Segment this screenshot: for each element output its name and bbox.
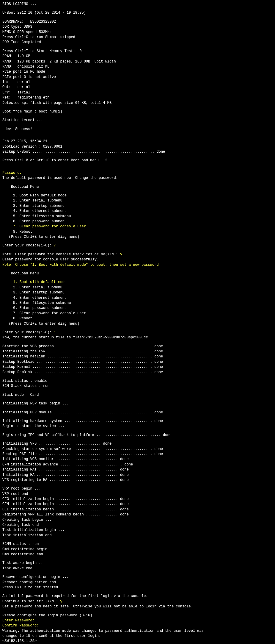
- blank: [2, 167, 273, 171]
- fsp-begin: Initializing FSP task begin ...: [2, 401, 273, 406]
- vrp-begin: VRP root begin ...: [2, 486, 273, 491]
- password-label: Password:: [2, 171, 273, 176]
- menu1-item-4: 4. Enter ethernet submenu: [2, 209, 273, 214]
- choice-2-value: 1: [54, 330, 56, 334]
- nand-chipsize: NAND: chipsize 512 MB: [2, 64, 273, 69]
- please-configure: Please configure the login password (8-1…: [2, 613, 273, 618]
- register-vrp: Registering VRP all link command begin .…: [2, 512, 273, 517]
- blank: [2, 326, 273, 330]
- backup-bootload: Backup BootLoad ........................…: [2, 359, 273, 365]
- confirm-password[interactable]: Confirm Password:: [2, 623, 273, 628]
- ctrl-c-hint: Press Ctrl+C to run Shmoo: skipped: [2, 35, 273, 40]
- cfm-init: CFM initialization begin ...............…: [2, 502, 273, 507]
- backup-uboot: Backup U-Boot ..........................…: [2, 149, 273, 154]
- cli-init: CLI initialization begin ...............…: [2, 507, 273, 512]
- create-task-begin: Creating task begin ...: [2, 518, 273, 523]
- blank: [2, 114, 273, 118]
- date: Feb 27 2015, 15:34:21: [2, 139, 273, 144]
- blank: [2, 268, 273, 271]
- task-init-end: Task initialization end: [2, 533, 273, 538]
- warning-line-2: changed to 15 on con0 at the first user …: [2, 634, 273, 639]
- hw-system: Initializing hardware system ...........…: [2, 419, 273, 424]
- note-choose-mode: Note: Choose "1. Boot with default mode"…: [2, 262, 273, 268]
- blank: [2, 557, 273, 561]
- warning-line-1: Warning: The authentication mode was cha…: [2, 629, 273, 634]
- ddr-tune: DDR Tune Completed: [2, 40, 273, 45]
- recover-begin: Recover configuration begin ...: [2, 575, 273, 580]
- blank: [2, 398, 273, 401]
- note-clear-value: y: [120, 252, 122, 257]
- cmd-reg-end: Cmd registering end: [2, 552, 273, 557]
- ctrl-t-hint: Press Ctrl+T to Start Memory Test: 0: [2, 49, 273, 54]
- cfg-init: CFG initialization begin ...............…: [2, 497, 273, 502]
- default-password-msg: The default password is used now. Change…: [2, 176, 273, 181]
- blank: [2, 429, 273, 433]
- menu1-item-1: 1. Boot with default mode: [2, 193, 273, 198]
- blank: [2, 135, 273, 139]
- enter-password[interactable]: Enter Password:: [2, 618, 273, 623]
- task-awake-end: Task awake end: [2, 566, 273, 571]
- menu2-item-5: 5. Enter filesystem submenu: [2, 301, 273, 306]
- choice-1-prompt: Enter your choice(1-8):: [2, 243, 54, 248]
- backup-ramdisk: Backup RamDisk .........................…: [2, 370, 273, 375]
- set-password-safe: Set a password and keep it safe. Otherwi…: [2, 604, 273, 609]
- boardname: BOARDNAME: ES5D2S32S002: [2, 19, 273, 24]
- recover-end: Recover configuration end: [2, 580, 273, 585]
- dev-module: Initializing DEV module ................…: [2, 410, 273, 415]
- blank: [2, 190, 273, 193]
- press-ctrl-e-1: (Press Ctrl+E to enter diag menu): [2, 235, 273, 240]
- menu2-item-7: 7. Clear password for console user: [2, 311, 273, 316]
- dram: DRAM: 1.9 GB: [2, 54, 273, 59]
- bootload-menu-title-2: BootLoad Menu: [2, 271, 273, 276]
- task-awake-begin: Task awake begin ...: [2, 561, 273, 566]
- blank: [2, 590, 273, 594]
- menu2-item-1: 1. Boot with default mode: [2, 280, 273, 285]
- begin-start: Begin to start the system ...: [2, 424, 273, 429]
- create-task-end: Creating task end: [2, 523, 273, 528]
- bootload-menu-title: BootLoad Menu: [2, 185, 273, 190]
- choice-2-prompt: Enter your choice(1-8):: [2, 330, 54, 334]
- blank: [2, 16, 273, 19]
- out-serial: Out: serial: [2, 85, 273, 90]
- net: Net: registering eth: [2, 95, 273, 100]
- menu1-item-5: 5. Enter filesystem submenu: [2, 214, 273, 219]
- menu2-item-3: 3. Enter startup submenu: [2, 290, 273, 295]
- spi-flash: Detected spi flash with page size 64 KB,…: [2, 101, 273, 106]
- blank: [2, 45, 273, 49]
- press-enter: Press ENTER to get started.: [2, 585, 273, 590]
- blank: [2, 7, 273, 10]
- press-ctrl-e-2: (Press Ctrl+E to enter diag menu): [2, 321, 273, 326]
- bootload-version: BootLoad version : 0207.0001: [2, 144, 273, 149]
- vos-process: Starting the VOS process ...............…: [2, 344, 273, 349]
- initial-password: An initial password is required for the …: [2, 594, 273, 599]
- choice-1-value: 7: [54, 243, 56, 248]
- continue-prompt[interactable]: Continue to set it? [Y/N]: y: [2, 599, 273, 604]
- pcie-inactive: PCIe port 0 is not active: [2, 75, 273, 80]
- vrp-end: VRP root end: [2, 492, 273, 497]
- init-pat: Initializing PAT .......................…: [2, 467, 273, 472]
- ecm-stack: ECM Stack status : run: [2, 384, 273, 389]
- backup-kernel: Backup Kernel ..........................…: [2, 365, 273, 370]
- netlink-init: Initializing netlink ...................…: [2, 354, 273, 359]
- blank: [2, 123, 273, 127]
- startup-file: Now, the current startup file is flash:/…: [2, 335, 273, 340]
- init-ha: Initializing HA ........................…: [2, 473, 273, 478]
- starting-kernel: Starting kernel ...: [2, 118, 273, 123]
- choice-2[interactable]: Enter your choice(1-8): 1: [2, 330, 273, 335]
- blank: [2, 375, 273, 379]
- nand-blocks: NAND: 128 KB blocks, 2 KB pages, 16B OOB…: [2, 59, 273, 64]
- blank: [2, 106, 273, 109]
- choice-1[interactable]: Enter your choice(1-8): 7: [2, 243, 273, 248]
- note-clear[interactable]: Note: Clear password for console user? Y…: [2, 252, 273, 257]
- note-clear-prompt: Note: Clear password for console user? Y…: [2, 252, 120, 257]
- blank: [2, 154, 273, 158]
- continue-prompt-text: Continue to set it? [Y/N]:: [2, 599, 60, 604]
- reading-paf: Reading PAF file .......................…: [2, 452, 273, 457]
- blank: [2, 389, 273, 393]
- menu2-item-2: 2. Enter serial submenu: [2, 285, 273, 290]
- shell-prompt[interactable]: <SW192.168.1.25>: [2, 639, 273, 644]
- uboot-version: U-Boot 2012.10 (Oct 20 2014 - 19:18:35): [2, 10, 273, 15]
- menu1-item-3: 3. Enter startup submenu: [2, 204, 273, 209]
- menu2-item-6: 6. Enter password submenu: [2, 306, 273, 311]
- stack-status: Stack status : enable: [2, 379, 273, 384]
